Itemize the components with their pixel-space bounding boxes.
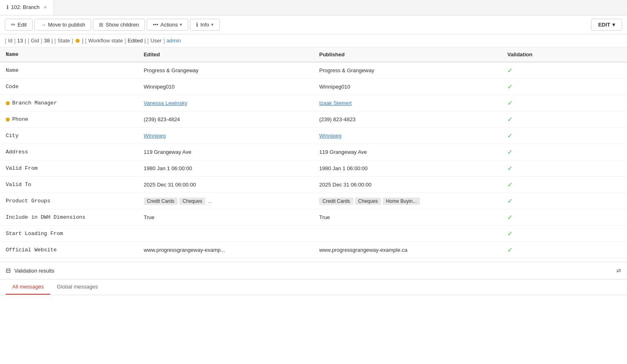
col-header-edited: Edited <box>138 47 314 62</box>
edit-mode-button[interactable]: EDIT ▾ <box>591 19 622 31</box>
table-row: CityWinnipegWinnipeg✓ <box>0 128 627 144</box>
hierarchy-icon: ⊞ <box>99 22 103 28</box>
tab-label: 102: Branch <box>11 4 40 10</box>
check-icon: ✓ <box>507 100 513 107</box>
move-to-publish-button[interactable]: → Move to publish <box>34 19 91 31</box>
table-row: NameProgress & GrangewayProgress & Grang… <box>0 62 627 79</box>
field-name: Valid From <box>6 165 38 171</box>
table-row: Official Websitewww.progressgrangeway-ex… <box>0 242 627 258</box>
close-tab-icon[interactable]: × <box>44 4 47 10</box>
published-value: True <box>319 214 330 220</box>
edited-value: Winnipeg010 <box>144 84 175 90</box>
row-name-cell: Name <box>0 62 138 79</box>
row-validation-cell: ✓ <box>502 144 627 160</box>
tag-chip: Credit Cards <box>144 198 178 205</box>
edited-value: True <box>144 214 154 220</box>
table-row: Product GroupsCredit CardsCheques...Cred… <box>0 193 627 209</box>
edited-value[interactable]: Winnipeg <box>144 133 166 139</box>
table-row: Valid To2025 Dec 31 06:00:002025 Dec 31 … <box>0 177 627 193</box>
tab-bar: ℹ 102: Branch × <box>0 0 627 16</box>
row-edited-cell: Winnipeg010 <box>138 79 314 95</box>
field-name: Product Groups <box>6 198 50 204</box>
published-value[interactable]: Winnipeg <box>319 133 341 139</box>
row-validation-cell: ✓ <box>502 62 627 79</box>
table-header-row: Name Edited Published Validation <box>0 47 627 62</box>
field-name: Code <box>6 84 18 90</box>
validation-icon: ⊟ <box>6 267 11 274</box>
row-edited-cell: True <box>138 209 314 226</box>
field-name: Start Loading From <box>6 231 63 237</box>
table-row: CodeWinnipeg010Winnipeg010✓ <box>0 79 627 95</box>
row-edited-cell <box>138 226 314 242</box>
tag-chip: Credit Cards <box>319 198 353 205</box>
validation-header: ⊟ Validation results ⇄ <box>0 262 627 280</box>
table-row: Branch ManagerVanessa LewinskyIzaak Stei… <box>0 95 627 111</box>
check-icon: ✓ <box>507 214 513 221</box>
published-value[interactable]: Izaak Steinert <box>319 100 352 106</box>
row-validation-cell: ✓ <box>502 79 627 95</box>
check-icon: ✓ <box>507 181 513 188</box>
changed-indicator <box>6 118 10 122</box>
filter-icon[interactable]: ⇄ <box>616 267 621 274</box>
row-name-cell: Valid From <box>0 160 138 177</box>
row-validation-cell: ✓ <box>502 160 627 177</box>
row-validation-cell: ✓ <box>502 177 627 193</box>
metadata-bar: [ Id ] 13 | [ Gid ] 38 | [ State ] | [ W… <box>0 34 627 47</box>
edit-button[interactable]: ✏ Edit <box>5 19 33 31</box>
show-children-button[interactable]: ⊞ Show children <box>93 19 145 31</box>
row-validation-cell: ✓ <box>502 193 627 209</box>
published-value: Winnipeg010 <box>319 84 350 90</box>
row-published-cell: Credit CardsChequesHome Buyin... <box>313 193 502 209</box>
published-value: www.progressgrangeway-example.ca <box>319 247 407 253</box>
row-published-cell: www.progressgrangeway-example.ca <box>313 242 502 258</box>
row-edited-cell: Credit CardsCheques... <box>138 193 314 209</box>
check-icon: ✓ <box>507 246 513 253</box>
field-name: Address <box>6 149 28 155</box>
row-published-cell: 119 Grangeway Ave <box>313 144 502 160</box>
check-icon: ✓ <box>507 132 513 139</box>
tag-chip: Cheques <box>179 198 205 205</box>
row-name-cell: Valid To <box>0 177 138 193</box>
info-button[interactable]: ℹ Info ▾ <box>190 19 220 31</box>
row-edited-cell: www.progressgrangeway-examp... <box>138 242 314 258</box>
changed-indicator <box>6 101 10 105</box>
field-name: Phone <box>12 116 28 122</box>
row-name-cell: Branch Manager <box>0 95 138 111</box>
row-name-cell: City <box>0 128 138 144</box>
table-row: Phone(239) 823-4824(239) 823-4823✓ <box>0 111 627 128</box>
row-published-cell: (239) 823-4823 <box>313 111 502 128</box>
check-icon: ✓ <box>507 116 513 123</box>
edited-value: 119 Grangeway Ave <box>144 149 192 155</box>
edited-value: (239) 823-4824 <box>144 116 180 122</box>
col-header-published: Published <box>313 47 502 62</box>
row-published-cell: Izaak Steinert <box>313 95 502 111</box>
published-value: (239) 823-4823 <box>319 116 355 122</box>
info-circle-icon: ℹ <box>7 4 9 10</box>
row-name-cell: Product Groups <box>0 193 138 209</box>
row-edited-cell: Winnipeg <box>138 128 314 144</box>
actions-button[interactable]: ••• Actions ▾ <box>147 19 188 31</box>
state-dot <box>76 39 80 43</box>
published-value: 119 Grangeway Ave <box>319 149 367 155</box>
edited-value[interactable]: Vanessa Lewinsky <box>144 100 187 106</box>
table-row: Valid From1980 Jan 1 06:00:001980 Jan 1 … <box>0 160 627 177</box>
row-published-cell: Progress & Grangeway <box>313 62 502 79</box>
check-icon: ✓ <box>507 165 513 172</box>
branch-tab[interactable]: ℹ 102: Branch × <box>0 0 54 15</box>
row-published-cell: 1980 Jan 1 06:00:00 <box>313 160 502 177</box>
field-name: City <box>6 133 18 139</box>
edited-value: www.progressgrangeway-examp... <box>144 247 225 253</box>
tab-all-messages[interactable]: All messages <box>6 280 50 295</box>
check-icon: ✓ <box>507 67 513 74</box>
data-table: Name Edited Published Validation NamePro… <box>0 47 627 258</box>
row-name-cell: Phone <box>0 111 138 128</box>
info-chevron-icon: ▾ <box>211 22 214 27</box>
field-name: Valid To <box>6 182 31 188</box>
edited-value: Progress & Grangeway <box>144 67 199 73</box>
tags-ellipsis: ... <box>208 198 212 204</box>
tab-global-messages[interactable]: Global messages <box>50 280 104 295</box>
info-icon: ℹ <box>196 22 198 28</box>
check-icon: ✓ <box>507 230 513 237</box>
row-published-cell: Winnipeg <box>313 128 502 144</box>
row-published-cell <box>313 226 502 242</box>
